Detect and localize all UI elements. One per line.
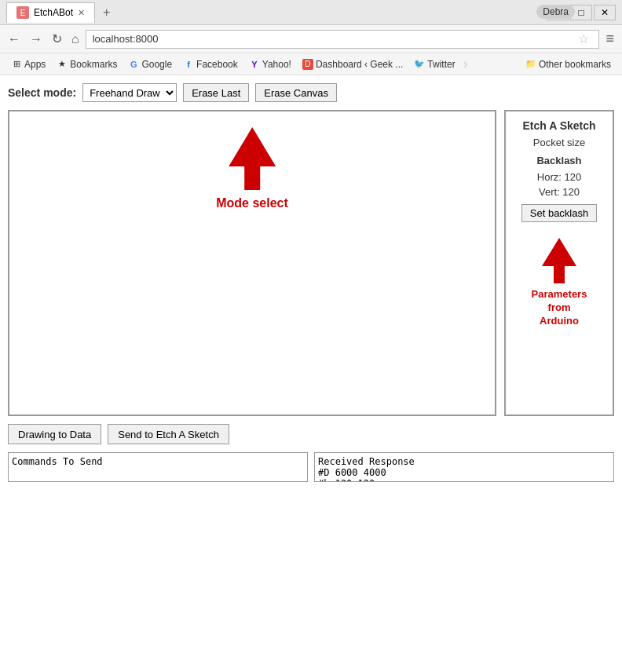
sidebar-subtitle: Pocket size <box>514 137 605 148</box>
tab-close-button[interactable]: ✕ <box>78 8 85 18</box>
received-textarea[interactable] <box>314 452 614 482</box>
tab-label: EtchABot <box>34 7 73 18</box>
set-backlash-button[interactable]: Set backlash <box>521 204 597 222</box>
drawing-row: Mode select Etch A Sketch Pocket size Ba… <box>8 110 614 416</box>
bookmark-twitter-label: Twitter <box>427 59 455 70</box>
mode-label: Select mode: <box>8 86 76 99</box>
bookmark-apps[interactable]: ⊞ Apps <box>6 57 50 71</box>
browser-tab[interactable]: E EtchABot ✕ <box>6 2 95 23</box>
bookmark-bookmarks[interactable]: ★ Bookmarks <box>52 57 122 71</box>
received-wrapper <box>314 452 614 482</box>
main-content: Select mode: Freehand Draw Straight Line… <box>0 75 622 672</box>
send-to-etch-button[interactable]: Send to Etch A Sketch <box>108 424 229 444</box>
erase-last-button[interactable]: Erase Last <box>183 83 249 102</box>
params-arrow-up-icon <box>542 238 576 266</box>
refresh-button[interactable]: ↻ <box>49 30 65 48</box>
commands-textarea[interactable] <box>8 452 308 482</box>
bookmark-google-label: Google <box>141 59 172 70</box>
apps-icon: ⊞ <box>11 59 22 70</box>
drawing-canvas[interactable]: Mode select <box>8 110 496 416</box>
star-icon: ★ <box>57 59 68 70</box>
title-bar: E EtchABot ✕ + Debra — □ ✕ <box>0 0 622 25</box>
browser-menu-button[interactable]: ≡ <box>602 31 617 47</box>
mode-bar: Select mode: Freehand Draw Straight Line… <box>8 83 614 102</box>
home-button[interactable]: ⌂ <box>68 31 82 48</box>
canvas-annotation-label: Mode select <box>216 196 288 210</box>
bookmark-other[interactable]: 📁 Other bookmarks <box>521 57 616 71</box>
bookmark-yahoo[interactable]: Y Yahoo! <box>244 57 296 71</box>
commands-wrapper <box>8 452 308 482</box>
bookmarks-bar: ⊞ Apps ★ Bookmarks G Google f Facebook Y… <box>0 53 622 75</box>
mode-dropdown[interactable]: Freehand Draw Straight Line Rectangle Ci… <box>82 83 177 102</box>
bookmark-separator: › <box>462 56 470 72</box>
params-arrow-stem <box>554 266 565 283</box>
drawing-to-data-button[interactable]: Drawing to Data <box>8 424 101 444</box>
bookmark-facebook-label: Facebook <box>196 59 238 70</box>
user-badge: Debra <box>536 5 575 19</box>
bookmark-google[interactable]: G Google <box>123 57 177 71</box>
title-bar-left: E EtchABot ✕ + <box>6 2 116 23</box>
sidebar-vert: Vert: 120 <box>514 186 605 198</box>
google-icon: G <box>128 59 139 70</box>
bookmark-bookmarks-label: Bookmarks <box>70 59 117 70</box>
forward-button[interactable]: → <box>27 31 46 48</box>
bookmark-apps-label: Apps <box>24 59 46 70</box>
tab-bar: E EtchABot ✕ + <box>6 2 116 23</box>
bottom-buttons: Drawing to Data Send to Etch A Sketch <box>8 424 614 444</box>
bookmark-dashboard[interactable]: D Dashboard ‹ Geek ... <box>298 57 408 71</box>
arrow-stem <box>244 166 260 190</box>
params-arrow-annotation: ParametersfromArduino <box>514 238 605 328</box>
address-bar[interactable]: localhost:8000 ☆ <box>86 30 600 49</box>
sidebar-panel: Etch A Sketch Pocket size Backlash Horz:… <box>504 110 614 416</box>
bookmark-dashboard-label: Dashboard ‹ Geek ... <box>316 59 403 70</box>
bookmark-facebook[interactable]: f Facebook <box>178 57 243 71</box>
yahoo-icon: Y <box>249 59 260 70</box>
new-tab-button[interactable]: + <box>97 2 116 23</box>
sidebar-section-backlash: Backlash <box>514 155 605 166</box>
facebook-icon: f <box>183 59 194 70</box>
params-label: ParametersfromArduino <box>532 288 587 328</box>
sidebar-horz: Horz: 120 <box>514 171 605 183</box>
bookmark-yahoo-label: Yahoo! <box>262 59 291 70</box>
url-text: localhost:8000 <box>93 33 576 45</box>
tab-icon: E <box>16 6 29 19</box>
bookmark-star[interactable]: ☆ <box>575 31 592 46</box>
mode-arrow-annotation: Mode select <box>216 127 288 210</box>
back-button[interactable]: ← <box>5 31 24 48</box>
bookmark-other-label: Other bookmarks <box>539 59 611 70</box>
sidebar-title: Etch A Sketch <box>514 119 605 132</box>
twitter-icon: 🐦 <box>414 59 425 70</box>
nav-bar: ← → ↻ ⌂ localhost:8000 ☆ ≡ <box>0 25 622 53</box>
folder-icon: 📁 <box>525 59 536 70</box>
close-button[interactable]: ✕ <box>594 5 616 20</box>
erase-canvas-button[interactable]: Erase Canvas <box>255 83 337 102</box>
arrow-up-icon <box>229 127 276 166</box>
dashboard-icon: D <box>302 59 313 70</box>
textarea-row <box>8 452 614 482</box>
bookmark-twitter[interactable]: 🐦 Twitter <box>409 57 459 71</box>
